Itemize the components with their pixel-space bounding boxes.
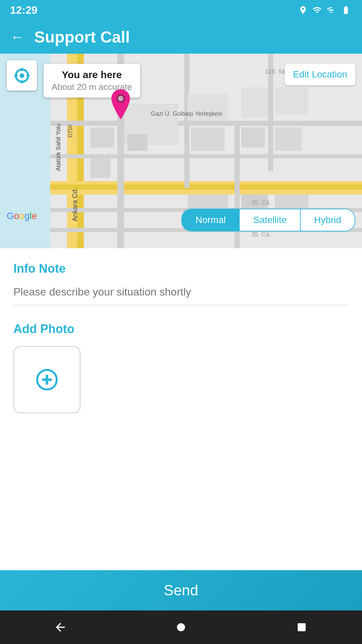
back-button[interactable]: ← (10, 30, 24, 44)
page-title: Support Call (34, 28, 130, 46)
map-container[interactable]: Gazi Ü. Golbaşı Yerleşkesi 319. Sk. 35. … (0, 54, 362, 248)
nav-recents-button[interactable] (288, 614, 315, 641)
nav-recents-icon (296, 621, 308, 633)
nav-home-button[interactable] (168, 614, 194, 641)
info-note-input[interactable] (13, 282, 349, 305)
status-icons (298, 5, 352, 15)
google-logo: Google (7, 211, 37, 221)
svg-text:Ankara Cd.: Ankara Cd. (71, 188, 78, 221)
edit-location-button[interactable]: Edit Location (285, 64, 355, 85)
battery-icon (340, 5, 352, 15)
svg-text:Atatürk Sahil Yolu: Atatürk Sahil Yolu (55, 124, 62, 171)
content-area: Info Note Add Photo (0, 248, 362, 570)
add-photo-title: Add Photo (13, 322, 349, 336)
map-type-buttons: Normal Satellite Hybrid (181, 209, 355, 231)
svg-text:35. Cd.: 35. Cd. (251, 199, 271, 206)
map-type-normal-button[interactable]: Normal (182, 209, 240, 231)
map-pin (109, 89, 132, 121)
popup-title: You are here (52, 69, 132, 80)
edit-location-label: Edit Location (293, 69, 347, 79)
svg-text:Gazi Ü. Golbaşı Yerleşkesi: Gazi Ü. Golbaşı Yerleşkesi (151, 110, 222, 117)
svg-point-46 (177, 623, 185, 631)
svg-rect-17 (127, 134, 147, 151)
send-button[interactable]: Send (0, 570, 362, 610)
svg-rect-19 (191, 127, 225, 151)
signal-icon (326, 5, 336, 15)
svg-text:D750: D750 (67, 125, 73, 138)
svg-text:319. Sk.: 319. Sk. (265, 68, 287, 75)
navigation-bar (0, 610, 362, 644)
map-type-hybrid-button[interactable]: Hybrid (301, 209, 355, 231)
svg-rect-21 (241, 127, 265, 148)
status-bar: 12:29 (0, 0, 362, 20)
svg-point-42 (118, 96, 124, 101)
svg-rect-20 (241, 87, 268, 117)
svg-rect-5 (50, 184, 362, 190)
svg-rect-14 (90, 127, 114, 148)
map-type-satellite-button[interactable]: Satellite (240, 209, 301, 231)
svg-rect-10 (50, 121, 362, 126)
plus-icon (35, 368, 59, 391)
svg-point-36 (19, 73, 24, 78)
svg-rect-23 (275, 127, 302, 151)
svg-rect-22 (275, 87, 308, 114)
nav-back-icon (54, 621, 67, 634)
svg-rect-47 (298, 623, 306, 631)
center-location-button[interactable] (7, 60, 37, 91)
nav-home-icon (175, 621, 187, 633)
info-note-title: Info Note (13, 262, 349, 276)
location-status-icon (298, 5, 308, 15)
send-label: Send (164, 582, 198, 599)
nav-back-button[interactable] (47, 614, 74, 641)
wifi-icon (312, 5, 322, 15)
app-header: ← Support Call (0, 20, 362, 54)
svg-rect-15 (90, 158, 111, 178)
add-photo-button[interactable] (13, 346, 80, 413)
crosshair-icon (13, 66, 31, 85)
status-time: 12:29 (10, 4, 38, 16)
svg-text:35. Cd.: 35. Cd. (251, 231, 271, 238)
